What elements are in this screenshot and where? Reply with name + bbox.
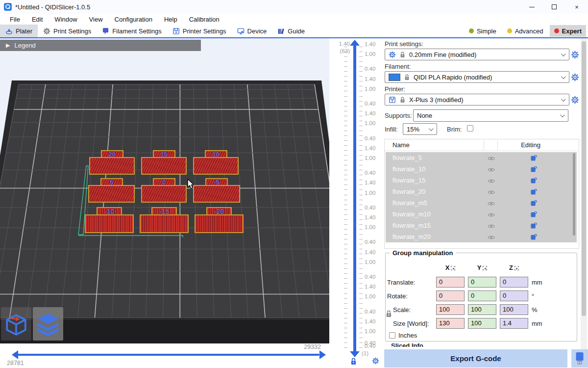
print-settings-combo[interactable]: 0.20mm Fine (modified) [385, 49, 569, 60]
menu-item-configuration[interactable]: Configuration [109, 14, 158, 25]
visibility-eye-icon[interactable] [488, 200, 495, 208]
editing-icon[interactable] [531, 155, 537, 162]
layer-slider-lock-icon[interactable] [350, 357, 357, 367]
scale-lock-icon[interactable] [386, 310, 392, 319]
menu-item-help[interactable]: Help [158, 14, 183, 25]
flowrate-patch-tab[interactable]: -10 [97, 207, 122, 215]
editor-view-button[interactable] [1, 307, 31, 341]
tab-guide[interactable]: Guide [272, 25, 310, 37]
gm-field-x[interactable]: 130 [436, 318, 465, 329]
mode-advanced[interactable]: Advanced [503, 25, 548, 37]
gm-field-y[interactable]: 0 [468, 290, 496, 301]
menu-item-window[interactable]: Window [49, 14, 83, 25]
export-to-usb-button[interactable] [571, 349, 588, 368]
visibility-eye-icon[interactable] [488, 166, 495, 174]
tab-filament-settings[interactable]: Filament Settings [97, 25, 167, 37]
object-row[interactable]: flowrate_10 [386, 163, 577, 175]
maximize-button[interactable] [543, 0, 565, 14]
flowrate-patch-tab[interactable]: 20 [101, 150, 123, 158]
visibility-eye-icon[interactable] [488, 223, 495, 230]
printer-edit-button[interactable] [571, 96, 579, 104]
tab-plater[interactable]: Plater [0, 25, 38, 37]
flowrate-patch-tab[interactable]: 10 [205, 150, 227, 158]
tab-print-settings[interactable]: Print Settings [38, 25, 97, 37]
flowrate-patch[interactable] [89, 157, 135, 175]
panel-scrollbar[interactable] [581, 38, 587, 349]
mode-expert[interactable]: Expert [550, 25, 586, 37]
minimize-button[interactable] [520, 0, 543, 14]
gm-field-z[interactable]: 1.4 [500, 318, 528, 329]
flowrate-patch-tab[interactable]: 15 [153, 150, 175, 158]
flowrate-patch-tab[interactable]: -15 [151, 207, 177, 215]
layer-slider-lower-handle[interactable] [350, 351, 360, 357]
gm-field-z[interactable]: 0 [500, 277, 528, 288]
menu-item-calibration[interactable]: Calibration [183, 14, 225, 25]
flowrate-patch[interactable] [85, 214, 134, 233]
filament-combo[interactable]: QIDI PLA Rapido (modified) [385, 71, 569, 83]
flowrate-patch-tab[interactable]: -5 [205, 178, 228, 186]
menu-item-file[interactable]: File [4, 14, 26, 25]
object-list-scrollbar[interactable] [573, 153, 575, 236]
gm-field-x[interactable]: 0 [436, 290, 465, 301]
editing-icon[interactable] [531, 177, 537, 185]
export-gcode-button[interactable]: Export G-code [384, 349, 567, 368]
visibility-eye-icon[interactable] [488, 155, 495, 162]
brim-checkbox[interactable] [467, 125, 473, 131]
visibility-eye-icon[interactable] [488, 234, 495, 241]
object-row[interactable]: flowrate_m20 [386, 231, 577, 242]
editing-icon[interactable] [531, 166, 537, 174]
gm-field-x[interactable]: 100 [436, 304, 465, 315]
gm-field-z[interactable]: 0 [500, 290, 528, 301]
inches-checkbox[interactable] [389, 332, 395, 339]
flowrate-patch[interactable] [140, 214, 189, 233]
flowrate-patch[interactable] [195, 214, 244, 233]
editing-icon[interactable] [531, 234, 537, 241]
object-row[interactable]: flowrate_15 [386, 175, 577, 186]
object-row[interactable]: flowrate_20 [386, 186, 577, 197]
editing-icon[interactable] [531, 222, 537, 230]
layer-slider-settings-icon[interactable] [372, 357, 379, 367]
hslider-track[interactable] [18, 354, 319, 356]
gm-field-y[interactable]: 100 [468, 318, 496, 329]
viewport-3d[interactable]: 20151050-5-10-15-20 ▶ Legend [0, 38, 329, 343]
hslider-right-handle[interactable] [319, 350, 326, 359]
gm-field-x[interactable]: 0 [436, 277, 465, 288]
flowrate-patch[interactable] [88, 185, 135, 203]
object-row[interactable]: flowrate_m5 [386, 197, 577, 209]
tab-printer-settings[interactable]: Printer Settings [167, 25, 232, 37]
object-row[interactable]: flowrate_5 [386, 152, 577, 163]
printer-combo[interactable]: X-Plus 3 (modified) [385, 94, 569, 105]
flowrate-patch[interactable] [141, 157, 187, 175]
object-row[interactable]: flowrate_m15 [386, 220, 577, 231]
flowrate-patch[interactable] [141, 185, 187, 203]
preview-view-button[interactable] [33, 307, 63, 341]
gm-field-z[interactable]: 100 [500, 304, 528, 315]
menu-item-edit[interactable]: Edit [26, 14, 49, 25]
filament-edit-button[interactable] [571, 73, 579, 81]
layer-slider-bar[interactable] [353, 45, 356, 352]
mode-simple[interactable]: Simple [465, 25, 501, 37]
object-row[interactable]: flowrate_m10 [386, 209, 577, 220]
visibility-eye-icon[interactable] [488, 189, 495, 196]
flowrate-patch-tab[interactable]: -20 [206, 207, 232, 215]
print-settings-edit-button[interactable] [571, 51, 579, 59]
slider-tick [344, 259, 347, 259]
editing-icon[interactable] [531, 211, 537, 219]
editing-icon[interactable] [531, 200, 537, 208]
gm-field-y[interactable]: 0 [468, 277, 496, 288]
flowrate-patch-tab[interactable]: 5 [100, 178, 123, 186]
flowrate-patch[interactable] [193, 185, 240, 203]
slider-tick [359, 116, 363, 116]
menu-item-view[interactable]: View [83, 14, 109, 25]
flowrate-patch-tab[interactable]: 0 [153, 178, 175, 186]
visibility-eye-icon[interactable] [488, 178, 495, 185]
editing-icon[interactable] [531, 188, 537, 196]
tab-device[interactable]: Device [232, 25, 272, 37]
gm-field-y[interactable]: 100 [468, 304, 496, 315]
legend-bar[interactable]: ▶ Legend [0, 40, 201, 51]
visibility-eye-icon[interactable] [488, 211, 495, 219]
close-button[interactable]: × [565, 0, 588, 14]
flowrate-patch[interactable] [193, 157, 239, 175]
infill-combo[interactable]: 15% [403, 123, 437, 135]
supports-combo[interactable]: None [413, 109, 568, 122]
